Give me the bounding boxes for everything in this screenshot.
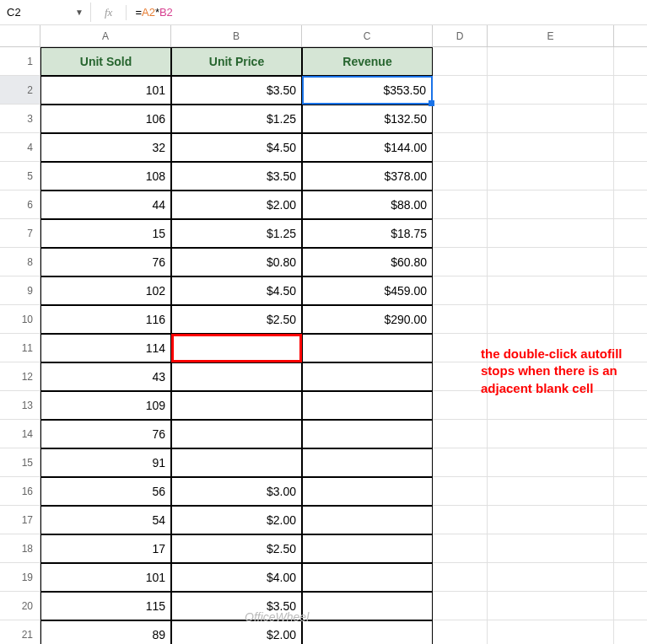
cell-a1[interactable]: Unit Sold: [40, 47, 171, 76]
col-header-e[interactable]: E: [488, 25, 614, 47]
chevron-down-icon[interactable]: ▼: [75, 8, 84, 17]
cell-b12[interactable]: [171, 362, 302, 391]
cell-a17[interactable]: 54: [40, 506, 171, 534]
cell-e21[interactable]: [488, 620, 614, 644]
cell-a15[interactable]: 91: [40, 448, 171, 477]
cell-e7[interactable]: [488, 219, 614, 248]
cell-b1[interactable]: Unit Price: [171, 47, 302, 76]
row-header-12[interactable]: 12: [0, 362, 40, 391]
cell-f10[interactable]: [614, 305, 647, 334]
cell-f7[interactable]: [614, 219, 647, 248]
cell-e19[interactable]: [488, 563, 614, 592]
cell-f6[interactable]: [614, 191, 647, 219]
cell-a12[interactable]: 43: [40, 362, 171, 391]
row-header-7[interactable]: 7: [0, 219, 40, 248]
cell-a19[interactable]: 101: [40, 563, 171, 592]
cell-a14[interactable]: 76: [40, 420, 171, 448]
row-header-18[interactable]: 18: [0, 534, 40, 563]
cell-d20[interactable]: [433, 592, 488, 620]
cell-c1[interactable]: Revenue: [302, 47, 433, 76]
cell-b13[interactable]: [171, 391, 302, 420]
cell-c21[interactable]: [302, 620, 433, 644]
cell-b17[interactable]: $2.00: [171, 506, 302, 534]
row-header-11[interactable]: 11: [0, 334, 40, 362]
name-box[interactable]: C2 ▼: [0, 3, 91, 22]
cell-b2[interactable]: $3.50: [171, 76, 302, 105]
cell-d21[interactable]: [433, 620, 488, 644]
cell-e8[interactable]: [488, 248, 614, 276]
cell-a6[interactable]: 44: [40, 191, 171, 219]
cell-b21[interactable]: $2.00: [171, 620, 302, 644]
cell-d13[interactable]: [433, 391, 488, 420]
cell-f16[interactable]: [614, 477, 647, 506]
cell-b5[interactable]: $3.50: [171, 162, 302, 191]
col-header-d[interactable]: D: [433, 25, 488, 47]
cell-f14[interactable]: [614, 420, 647, 448]
cell-c9[interactable]: $459.00: [302, 276, 433, 305]
cell-c4[interactable]: $144.00: [302, 133, 433, 162]
cell-e1[interactable]: [488, 47, 614, 76]
cell-d14[interactable]: [433, 420, 488, 448]
cell-a11[interactable]: 114: [40, 334, 171, 362]
cell-f21[interactable]: [614, 620, 647, 644]
row-header-21[interactable]: 21: [0, 620, 40, 644]
cell-c10[interactable]: $290.00: [302, 305, 433, 334]
cell-e16[interactable]: [488, 477, 614, 506]
row-header-10[interactable]: 10: [0, 305, 40, 334]
cell-c18[interactable]: [302, 534, 433, 563]
cell-c14[interactable]: [302, 420, 433, 448]
cell-f19[interactable]: [614, 563, 647, 592]
cell-b7[interactable]: $1.25: [171, 219, 302, 248]
cell-a16[interactable]: 56: [40, 477, 171, 506]
cell-f15[interactable]: [614, 448, 647, 477]
row-header-2[interactable]: 2: [0, 76, 40, 105]
row-header-16[interactable]: 16: [0, 477, 40, 506]
fill-handle[interactable]: [429, 100, 434, 106]
row-header-1[interactable]: 1: [0, 47, 40, 76]
formula-input[interactable]: =A2*B2: [127, 6, 181, 19]
cell-a3[interactable]: 106: [40, 105, 171, 133]
cell-e3[interactable]: [488, 105, 614, 133]
cell-c15[interactable]: [302, 448, 433, 477]
cell-e9[interactable]: [488, 276, 614, 305]
cell-f1[interactable]: [614, 47, 647, 76]
cell-d12[interactable]: [433, 362, 488, 391]
cell-c17[interactable]: [302, 506, 433, 534]
cell-b16[interactable]: $3.00: [171, 477, 302, 506]
select-all-corner[interactable]: [0, 25, 40, 47]
cell-f17[interactable]: [614, 506, 647, 534]
cell-e15[interactable]: [488, 448, 614, 477]
cell-b3[interactable]: $1.25: [171, 105, 302, 133]
cell-a2[interactable]: 101: [40, 76, 171, 105]
cell-b11[interactable]: [171, 334, 302, 362]
row-header-19[interactable]: 19: [0, 563, 40, 592]
cell-e2[interactable]: [488, 76, 614, 105]
cell-d10[interactable]: [433, 305, 488, 334]
cell-c6[interactable]: $88.00: [302, 191, 433, 219]
cell-d18[interactable]: [433, 534, 488, 563]
cell-d19[interactable]: [433, 563, 488, 592]
cell-d5[interactable]: [433, 162, 488, 191]
cell-e18[interactable]: [488, 534, 614, 563]
cell-f3[interactable]: [614, 105, 647, 133]
cell-b14[interactable]: [171, 420, 302, 448]
cell-a10[interactable]: 116: [40, 305, 171, 334]
cell-c2[interactable]: $353.50: [302, 76, 433, 105]
cell-c12[interactable]: [302, 362, 433, 391]
row-header-8[interactable]: 8: [0, 248, 40, 276]
cell-a21[interactable]: 89: [40, 620, 171, 644]
cell-e17[interactable]: [488, 506, 614, 534]
col-header-f[interactable]: [614, 25, 647, 47]
row-header-17[interactable]: 17: [0, 506, 40, 534]
col-header-a[interactable]: A: [40, 25, 171, 47]
cell-a13[interactable]: 109: [40, 391, 171, 420]
cell-c8[interactable]: $60.80: [302, 248, 433, 276]
cell-f18[interactable]: [614, 534, 647, 563]
col-header-c[interactable]: C: [302, 25, 433, 47]
cell-f5[interactable]: [614, 162, 647, 191]
cell-e5[interactable]: [488, 162, 614, 191]
cell-c11[interactable]: [302, 334, 433, 362]
cell-a20[interactable]: 115: [40, 592, 171, 620]
row-header-14[interactable]: 14: [0, 420, 40, 448]
cell-a4[interactable]: 32: [40, 133, 171, 162]
